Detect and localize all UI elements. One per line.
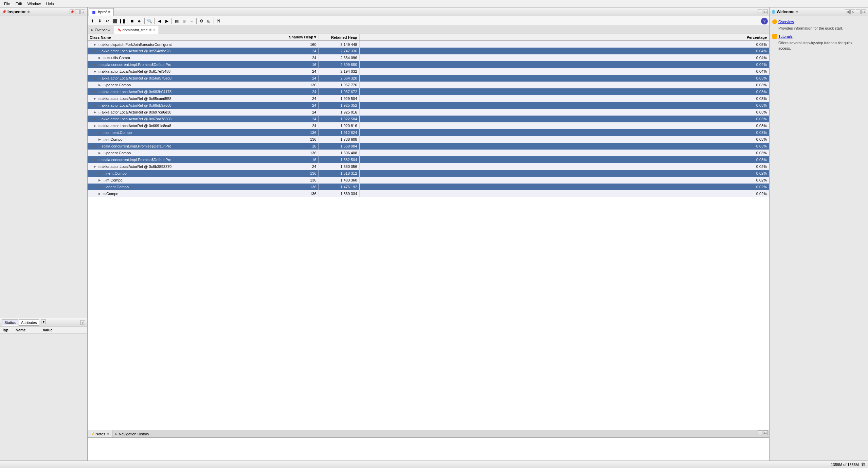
status-trash-icon[interactable]: 🗑: [861, 462, 865, 467]
inspector-pin-btn[interactable]: 📌: [70, 10, 74, 14]
expand-arrow-icon[interactable]: ▶: [94, 90, 97, 93]
data-table-container[interactable]: Class Name Shallow Heap ▾ Retained Heap …: [88, 34, 769, 430]
expand-arrow-icon[interactable]: ▶: [98, 138, 102, 141]
toolbar-btn-9[interactable]: ◀: [156, 18, 163, 24]
toolbar-btn-13[interactable]: –: [188, 18, 195, 24]
toolbar-btn-8[interactable]: 🔍: [146, 18, 153, 24]
table-row[interactable]: ▶▭.ts.utils.Comm242 654 0960,04%: [88, 54, 769, 61]
toolbar-btn-n[interactable]: N: [215, 18, 222, 24]
class-name-text: scala.concurrent.impl.Promise$DefaultPro: [102, 158, 171, 162]
toolbar-btn-11[interactable]: ▤: [173, 18, 180, 24]
table-row[interactable]: ▶▭Compo1361 369 3340,02%: [88, 190, 769, 197]
center-minimize-btn[interactable]: –: [758, 10, 762, 14]
expand-arrow-icon[interactable]: ▶: [94, 104, 97, 107]
table-row[interactable]: ▶▭akka.actor.LocalActorRef @ 0x697ce6e38…: [88, 109, 769, 116]
bottom-min-btn[interactable]: –: [758, 430, 762, 435]
expand-arrow-icon[interactable]: ▶: [98, 131, 102, 134]
expand-arrow-icon[interactable]: ▶: [98, 151, 102, 155]
menu-edit[interactable]: Edit: [13, 1, 25, 6]
table-row[interactable]: ▶▭ponent.Compo1361 957 7760,03%: [88, 82, 769, 88]
expand-arrow-icon[interactable]: ▶: [94, 117, 97, 121]
welcome-minimize-btn[interactable]: –: [856, 10, 861, 14]
overview-link[interactable]: Overview: [778, 19, 794, 25]
welcome-maximize-btn[interactable]: □: [861, 10, 866, 14]
table-row[interactable]: ▶▭akka.actor.LocalActorRef @ 0x617ef3488…: [88, 68, 769, 75]
col-header-shallow[interactable]: Shallow Heap ▾: [278, 34, 319, 41]
retained-heap-value: 1 920 816: [319, 122, 359, 129]
expand-arrow-icon[interactable]: ▶: [94, 124, 97, 127]
table-row[interactable]: ▶▭akka.actor.LocalActorRef @ 0x683b04178…: [88, 88, 769, 95]
toolbar-btn-1[interactable]: ⬆: [89, 18, 96, 24]
expand-arrow-icon[interactable]: ▶: [94, 76, 97, 80]
table-row[interactable]: ▶▭onment.Compo1361 912 6240,03%: [88, 129, 769, 136]
expand-arrow-icon[interactable]: ▶: [94, 49, 97, 53]
bottom-max-btn[interactable]: □: [763, 430, 768, 435]
tab-dominator-close[interactable]: ×: [153, 28, 155, 32]
table-row[interactable]: ▶▭scala.concurrent.impl.Promise$DefaultP…: [88, 143, 769, 150]
toolbar-btn-10[interactable]: ▶: [163, 18, 170, 24]
tab-attributes[interactable]: Attributes: [19, 319, 39, 326]
statics-menu-btn[interactable]: ▼: [41, 319, 46, 324]
tutorial-link[interactable]: Tutorials: [778, 34, 793, 39]
tab-nav-history[interactable]: ▶ Navigation History: [112, 430, 152, 437]
table-row[interactable]: ▶▭nt.Compo1361 483 3600,02%: [88, 177, 769, 184]
expand-arrow-icon[interactable]: ▶: [94, 63, 97, 66]
toolbar-btn-5[interactable]: ❚❚: [119, 18, 126, 24]
table-row[interactable]: ▶▭scala.concurrent.impl.Promise$DefaultP…: [88, 156, 769, 163]
table-row[interactable]: ▶▭akka.actor.LocalActorRef @ 0x68db9a6c0…: [88, 102, 769, 109]
inspector-close-btn[interactable]: □: [80, 10, 85, 14]
table-row[interactable]: ▶▭nt.Compo1361 738 6080,03%: [88, 136, 769, 143]
toolbar-btn-4[interactable]: ⬛: [111, 18, 118, 24]
file-tab[interactable]: ◼ .hprof ✱: [89, 8, 114, 16]
table-row[interactable]: ▶▭akka.actor.LocalActorRef @ 0x554dfba28…: [88, 48, 769, 54]
expand-arrow-icon[interactable]: ▶: [98, 83, 102, 87]
toolbar-btn-15[interactable]: ⊞: [205, 18, 212, 24]
toolbar-btn-6[interactable]: ⏹: [129, 18, 135, 24]
toolbar-btn-3[interactable]: ↩: [104, 18, 111, 24]
expand-arrow-icon[interactable]: ▶: [98, 178, 102, 182]
tab-notes[interactable]: 📝 Notes ✱: [88, 430, 112, 437]
menu-window[interactable]: Window: [25, 1, 43, 6]
percentage-value: 0,03%: [359, 122, 769, 129]
table-row[interactable]: ▶▭akka.actor.LocalActorRef @ 0x56a575ed8…: [88, 75, 769, 82]
expand-arrow-icon[interactable]: ▶: [98, 192, 102, 195]
expand-arrow-icon[interactable]: ▶: [94, 70, 97, 73]
menu-help[interactable]: Help: [43, 1, 57, 6]
table-row[interactable]: ▶▭onent.Compo1361 476 1920,02%: [88, 184, 769, 190]
menu-file[interactable]: File: [1, 1, 13, 6]
col-header-classname[interactable]: Class Name: [88, 34, 278, 41]
table-row[interactable]: ▶▭nent.Compo1361 518 3120,02%: [88, 170, 769, 177]
table-row[interactable]: ▶▭akka.actor.LocalActorRef @ 0x6691c8ca8…: [88, 122, 769, 129]
toolbar-help-btn[interactable]: ?: [761, 18, 768, 24]
notes-content[interactable]: [88, 438, 769, 461]
tab-statics[interactable]: Statics: [2, 319, 18, 326]
table-row[interactable]: ▶▭akka.actor.LocalActorRef @ 0x65caed558…: [88, 95, 769, 102]
expand-arrow-icon[interactable]: ▶: [94, 158, 97, 161]
welcome-btn-2[interactable]: ▷: [850, 10, 855, 14]
expand-arrow-icon[interactable]: ▶: [98, 172, 102, 175]
expand-arrow-icon[interactable]: ▶: [94, 43, 97, 46]
tab-dominator-tree[interactable]: 🔖 dominator_tree ✱ ×: [114, 26, 159, 34]
table-row[interactable]: ▶▭scala.concurrent.impl.Promise$DefaultP…: [88, 61, 769, 68]
table-row[interactable]: ▶▭ponent.Compo1361 606 4080,03%: [88, 150, 769, 156]
toolbar-btn-7[interactable]: ⏭: [136, 18, 143, 24]
table-row[interactable]: ▶▭akka.dispatch.ForkJoinExecutorConfigur…: [88, 41, 769, 48]
col-header-retained[interactable]: Retained Heap: [319, 34, 359, 41]
table-row[interactable]: ▶▭akka.actor.LocalActorRef @ 0x67aa78308…: [88, 116, 769, 122]
table-row[interactable]: ▶▭akka.actor.LocalActorRef @ 0x6b3893370…: [88, 163, 769, 170]
tab-overview[interactable]: ▶ Overview: [88, 26, 114, 34]
welcome-btn-1[interactable]: ◁: [845, 10, 850, 14]
toolbar-btn-2[interactable]: ⬇: [96, 18, 103, 24]
toolbar-btn-12[interactable]: ⊕: [181, 18, 187, 24]
expand-arrow-icon[interactable]: ▶: [94, 110, 97, 114]
expand-arrow-icon[interactable]: ▶: [98, 56, 102, 59]
expand-arrow-icon[interactable]: ▶: [94, 144, 97, 148]
toolbar-btn-14[interactable]: ⚙: [198, 18, 205, 24]
expand-arrow-icon[interactable]: ▶: [94, 165, 97, 168]
statics-expand-btn[interactable]: ⤢: [80, 320, 85, 325]
expand-arrow-icon[interactable]: ▶: [94, 97, 97, 100]
expand-arrow-icon[interactable]: ▶: [98, 185, 102, 189]
col-header-percentage[interactable]: Percentage: [359, 34, 769, 41]
inspector-minimize-btn[interactable]: –: [75, 10, 80, 14]
center-maximize-btn[interactable]: □: [763, 10, 768, 14]
